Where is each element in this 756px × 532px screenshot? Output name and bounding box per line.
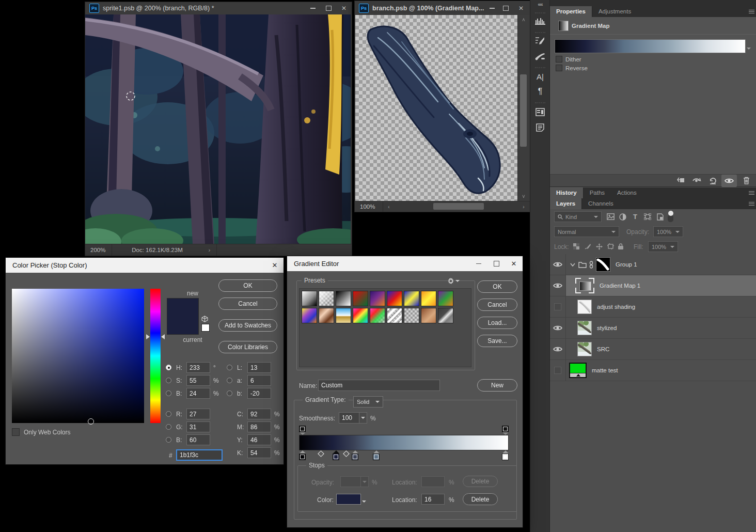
reverse-checkbox-row[interactable]: Reverse: [556, 65, 588, 71]
field-input[interactable]: 54: [247, 447, 271, 458]
radio-left-4[interactable]: [166, 424, 171, 430]
tab-layers[interactable]: Layers: [550, 198, 582, 209]
stop-color-dropdown-icon[interactable]: [362, 497, 366, 504]
gradient-type-dropdown[interactable]: Solid: [353, 396, 383, 408]
field-input[interactable]: 27: [186, 409, 210, 419]
delete-adjustment-icon[interactable]: [739, 175, 753, 186]
tab-adjustments[interactable]: Adjustments: [592, 6, 637, 17]
radio-left-0[interactable]: [166, 365, 171, 370]
ok-button[interactable]: OK: [477, 280, 517, 293]
layer-row-gradient-map-1[interactable]: Gradient Map 1: [550, 275, 756, 296]
field-input[interactable]: 86: [247, 421, 271, 432]
layer-thumbnail[interactable]: [577, 321, 592, 335]
add-to-swatches-button[interactable]: Add to Swatches: [218, 319, 277, 332]
hex-input[interactable]: 1b1f3c: [176, 449, 223, 461]
lock-artboard-icon[interactable]: [606, 242, 615, 251]
tab-properties[interactable]: Properties: [550, 6, 592, 17]
color-picker-titlebar[interactable]: Color Picker (Stop Color) ✕: [6, 258, 284, 273]
layer-visibility-toggle[interactable]: [550, 275, 566, 296]
gradient-preview-bar[interactable]: [299, 435, 509, 450]
panel-menu-icon[interactable]: [749, 201, 754, 207]
gradient-map-strip[interactable]: [555, 39, 746, 53]
paragraph-panel-icon[interactable]: ¶: [530, 85, 550, 98]
presets-menu-gear-icon[interactable]: [447, 277, 460, 285]
stop-opacity-input[interactable]: [340, 476, 361, 487]
gradient-name-input[interactable]: Custom: [318, 380, 440, 391]
close-icon[interactable]: ✕: [266, 258, 284, 273]
field-input[interactable]: -20: [247, 388, 271, 399]
layer-row-group-1[interactable]: Group 1: [550, 254, 756, 275]
filter-adjustment-layers-icon[interactable]: [617, 211, 628, 222]
radio-right-0[interactable]: [227, 365, 232, 370]
layer-row-adjust-shading[interactable]: adjust shading: [550, 296, 756, 318]
scroll-up-icon[interactable]: ˄: [518, 16, 529, 23]
hue-slider-right-arrow-icon[interactable]: [161, 334, 165, 339]
new-button[interactable]: New: [477, 379, 517, 392]
close-button[interactable]: ✕: [336, 2, 352, 14]
tab-history[interactable]: History: [550, 187, 584, 198]
layer-row-matte-test[interactable]: matte test: [550, 360, 756, 381]
field-input[interactable]: 92: [247, 409, 271, 419]
fill-layer-thumbnail[interactable]: [569, 363, 587, 378]
lock-transparency-icon[interactable]: [572, 242, 581, 251]
minimize-button[interactable]: [305, 2, 321, 14]
midpoint-diamond-8.8[interactable]: [318, 450, 324, 457]
maximize-button[interactable]: [321, 2, 336, 14]
hue-slider[interactable]: [150, 289, 161, 423]
gradient-preset-blue-yellow-blue[interactable]: [404, 291, 419, 306]
field-input[interactable]: 24: [186, 388, 210, 399]
radio-right-1[interactable]: [227, 378, 232, 383]
field-input[interactable]: 55: [186, 375, 210, 386]
radio-left-5[interactable]: [166, 437, 171, 443]
field-input[interactable]: 6: [247, 375, 271, 386]
tab-channels[interactable]: Channels: [582, 198, 620, 209]
blend-mode-dropdown[interactable]: Normal: [554, 226, 619, 237]
brush-settings-panel-icon[interactable]: [530, 34, 550, 48]
fill-dropdown[interactable]: 100%: [648, 241, 678, 252]
gradient-preset-transparent-rainbow[interactable]: [370, 308, 385, 323]
canvas-sprite1[interactable]: [85, 14, 351, 244]
filter-shape-layers-icon[interactable]: [642, 211, 653, 222]
minimize-icon[interactable]: [470, 256, 487, 271]
radio-left-3[interactable]: [166, 411, 171, 417]
delete-opacity-stop-button[interactable]: Delete: [463, 476, 498, 487]
group-mask-thumbnail[interactable]: [596, 257, 610, 272]
gradient-preset-foreground-to-transparent[interactable]: [319, 291, 334, 306]
layer-visibility-toggle[interactable]: [550, 296, 566, 317]
reset-adjustment-icon[interactable]: [706, 175, 719, 186]
scroll-right-icon[interactable]: ›: [517, 204, 530, 210]
group-expand-icon[interactable]: [570, 263, 575, 267]
view-previous-state-icon[interactable]: [689, 175, 704, 186]
color-libraries-button[interactable]: Color Libraries: [218, 341, 277, 353]
cancel-button[interactable]: Cancel: [477, 299, 517, 311]
notes-panel-icon[interactable]: [530, 121, 550, 134]
delete-color-stop-button[interactable]: Delete: [463, 493, 498, 505]
web-safe-color-chip[interactable]: [201, 324, 210, 332]
toggle-visibility-icon[interactable]: [721, 175, 737, 187]
gradient-editor-titlebar[interactable]: Gradient Editor ✕: [287, 256, 523, 271]
layer-visibility-toggle[interactable]: [550, 318, 566, 338]
visibility-checkbox-empty[interactable]: [554, 303, 561, 310]
gradient-preset-russet[interactable]: [421, 308, 436, 323]
minimize-button[interactable]: [485, 1, 499, 15]
save-button[interactable]: Save...: [477, 335, 517, 347]
layer-visibility-toggle[interactable]: [550, 360, 566, 381]
vertical-scrollbar[interactable]: ˄ ˅: [517, 15, 529, 201]
field-input[interactable]: 46: [247, 434, 271, 445]
radio-left-1[interactable]: [166, 378, 171, 383]
filter-toggle[interactable]: [668, 211, 673, 222]
stop-opacity-dropdown-icon[interactable]: [361, 476, 369, 487]
lock-pixels-icon[interactable]: [583, 242, 592, 251]
color-stops-track[interactable]: [299, 450, 509, 462]
filter-kind-dropdown[interactable]: Kind: [554, 211, 602, 222]
horizontal-scrollbar[interactable]: [395, 201, 517, 212]
filter-type-layers-icon[interactable]: T: [629, 211, 641, 222]
panel-menu-icon[interactable]: [749, 9, 754, 14]
field-input[interactable]: 13: [247, 362, 271, 373]
midpoint-diamond-21.5[interactable]: [343, 450, 350, 457]
field-input[interactable]: 233: [186, 362, 210, 373]
filter-pixel-layers-icon[interactable]: [605, 211, 616, 222]
scroll-left-icon[interactable]: ‹: [383, 204, 395, 210]
maximize-icon[interactable]: [487, 256, 505, 271]
gradient-preset-silver-stripe[interactable]: [438, 308, 453, 323]
